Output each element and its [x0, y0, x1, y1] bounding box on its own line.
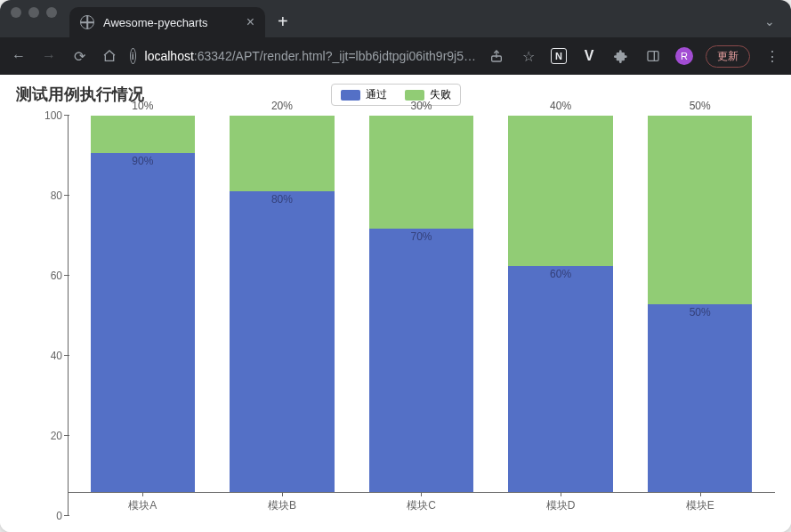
profile-avatar[interactable]: R: [675, 47, 693, 65]
bar-segment-fail[interactable]: 10%: [91, 116, 195, 153]
x-axis: 模块A模块B模块C模块D模块E: [68, 493, 775, 516]
y-tick-label: 20: [51, 430, 62, 442]
home-button[interactable]: [100, 46, 119, 66]
tab-strip: Awesome-pyecharts × + ⌄: [0, 0, 791, 37]
y-tick-label: 40: [51, 350, 62, 362]
panel-icon[interactable]: [643, 46, 663, 66]
bar-segment-pass[interactable]: 70%: [369, 229, 473, 492]
bar-label-fail: 10%: [91, 100, 195, 112]
bar-label-pass: 80%: [230, 193, 334, 206]
bar-label-fail: 20%: [230, 100, 334, 112]
x-tick-label: 模块B: [230, 493, 334, 513]
bar-segment-pass[interactable]: 90%: [91, 153, 195, 492]
new-tab-button[interactable]: +: [265, 12, 301, 37]
forward-button[interactable]: →: [39, 46, 59, 66]
bar-column: 80%20%: [230, 116, 334, 492]
bar-column: 50%50%: [648, 116, 752, 492]
extensions-icon[interactable]: [611, 46, 631, 66]
back-button[interactable]: ←: [9, 46, 28, 66]
toolbar-actions: ☆ N V R 更新 ⋮: [487, 45, 782, 68]
site-info-icon[interactable]: i: [130, 48, 136, 64]
x-tick-label: 模块A: [91, 493, 195, 513]
bar-label-pass: 50%: [648, 306, 752, 318]
share-icon[interactable]: [487, 46, 506, 66]
y-axis: 020406080100: [16, 116, 68, 516]
update-button[interactable]: 更新: [706, 45, 750, 68]
menu-icon[interactable]: ⋮: [763, 46, 782, 66]
notion-icon[interactable]: N: [551, 48, 567, 64]
bar-segment-pass[interactable]: 60%: [508, 266, 612, 492]
bar-label-fail: 50%: [648, 100, 752, 112]
globe-icon: [80, 15, 94, 29]
bar-label-fail: 40%: [508, 100, 612, 112]
browser-window: Awesome-pyecharts × + ⌄ ← → ⟳ i localhos…: [0, 0, 791, 532]
bar-label-fail: 30%: [369, 100, 473, 112]
bar-label-pass: 90%: [91, 155, 195, 167]
url-host: localhost: [145, 49, 194, 63]
reload-button[interactable]: ⟳: [69, 46, 89, 66]
bar-segment-pass[interactable]: 80%: [230, 191, 334, 492]
legend-swatch-pass: [341, 90, 360, 101]
browser-toolbar: ← → ⟳ i localhost:63342/APT/render.html?…: [0, 37, 791, 75]
bar-segment-pass[interactable]: 50%: [648, 304, 752, 493]
address-bar[interactable]: i localhost:63342/APT/render.html?_ijt=l…: [130, 43, 476, 69]
page-content: 测试用例执行情况 通过 失败 020406080100 90%10%80%20%…: [0, 75, 791, 532]
bar-column: 90%10%: [91, 116, 195, 492]
control-zoom[interactable]: [46, 7, 57, 18]
control-minimize[interactable]: [28, 7, 39, 18]
y-tick-label: 0: [56, 510, 62, 522]
chart-area: 020406080100 90%10%80%20%70%30%60%40%50%…: [16, 116, 775, 516]
window-controls: [11, 0, 69, 37]
legend-swatch-fail: [405, 90, 424, 101]
chevron-down-icon[interactable]: ⌄: [748, 14, 791, 37]
bar-segment-fail[interactable]: 50%: [648, 116, 752, 304]
bar-column: 70%30%: [369, 116, 473, 492]
url-path: :63342/APT/render.html?_ijt=lbb6jdtpgi06…: [194, 49, 476, 63]
x-tick-label: 模块C: [369, 493, 473, 513]
browser-tab[interactable]: Awesome-pyecharts ×: [69, 7, 265, 37]
bar-segment-fail[interactable]: 20%: [230, 116, 334, 191]
bar-segment-fail[interactable]: 40%: [508, 116, 612, 266]
y-tick-label: 100: [44, 109, 62, 122]
bar-label-pass: 70%: [369, 230, 473, 243]
chart-plot: 90%10%80%20%70%30%60%40%50%50%: [68, 116, 775, 493]
y-tick-label: 60: [51, 270, 62, 282]
control-close[interactable]: [11, 7, 21, 18]
bar-segment-fail[interactable]: 30%: [369, 116, 473, 229]
v-extension-icon[interactable]: V: [579, 46, 599, 66]
svg-rect-1: [648, 52, 658, 61]
y-tick-label: 80: [51, 189, 62, 202]
bar-label-pass: 60%: [508, 268, 612, 280]
bookmark-star-icon[interactable]: ☆: [519, 46, 538, 66]
x-tick-label: 模块D: [508, 493, 612, 513]
close-icon[interactable]: ×: [246, 15, 254, 29]
tab-title: Awesome-pyecharts: [103, 16, 238, 29]
x-tick-label: 模块E: [648, 493, 752, 513]
bar-column: 60%40%: [508, 116, 612, 492]
